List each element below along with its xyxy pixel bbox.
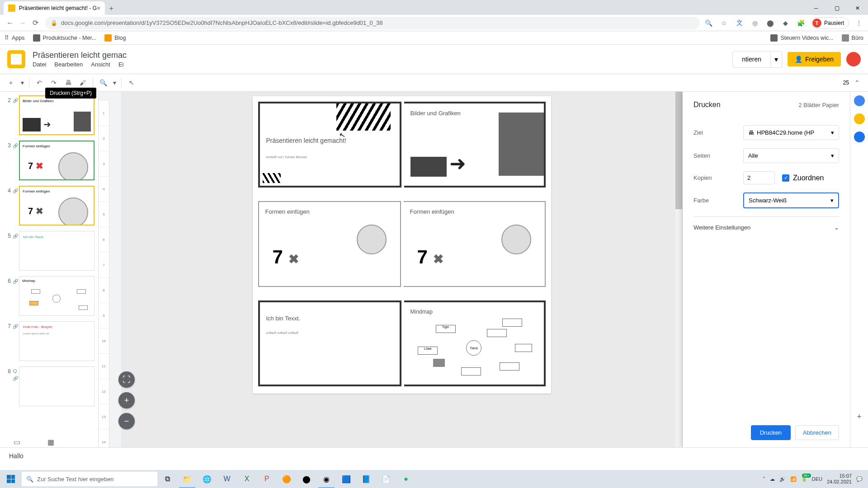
window-maximize-button[interactable]: ▢ [826, 1, 847, 15]
nav-reload-button[interactable]: ⟳ [29, 17, 42, 29]
notepad-icon[interactable]: 📄 [376, 470, 396, 488]
task-view-icon[interactable]: ⧉ [157, 470, 177, 488]
slide-number: 8 [4, 366, 13, 375]
edge-legacy-icon[interactable]: 🌐 [197, 470, 217, 488]
window-close-button[interactable]: ✕ [847, 1, 868, 15]
preview-slide-6: Mindmap Tiere Tiger Löwe [404, 300, 546, 386]
tasks-icon[interactable] [854, 131, 865, 142]
edge-icon[interactable]: 🟦 [336, 470, 356, 488]
onedrive-icon[interactable]: ☁ [770, 476, 775, 482]
bookmark-star-icon[interactable]: ☆ [719, 18, 730, 28]
translate-icon[interactable]: 文 [734, 18, 745, 28]
tab-close-icon[interactable]: × [97, 5, 100, 12]
powerpoint-icon[interactable]: P [257, 470, 277, 488]
present-button[interactable]: ntieren [732, 51, 771, 68]
collapse-panel-icon[interactable]: ⌃ [851, 76, 863, 89]
pages-dropdown[interactable]: Alle ▾ [743, 148, 839, 163]
apps-shortcut[interactable]: ⠿ Apps [5, 34, 25, 41]
redo-button[interactable]: ↷ [47, 76, 60, 89]
nav-forward-button[interactable]: → [16, 17, 29, 29]
add-addon-icon[interactable]: + [854, 411, 865, 422]
destination-dropdown[interactable]: 🖶HPB84C29.home (HP ▾ [743, 125, 839, 140]
bookmark-item[interactable]: Produktsuche - Mer... [33, 34, 97, 42]
start-button[interactable] [0, 470, 22, 488]
document-title[interactable]: Präsentieren leicht gemac [33, 51, 732, 60]
volume-icon[interactable]: 🔊 [779, 476, 786, 482]
menu-insert[interactable]: Ei [118, 61, 124, 68]
new-slide-button[interactable]: + [5, 76, 17, 89]
word-icon[interactable]: W [217, 470, 237, 488]
clock[interactable]: 15:07 24.02.2021 [827, 473, 852, 485]
thumbnail-slide-7[interactable]: Erste Folie - Beispiel Lorem ipsum dolor… [19, 321, 94, 361]
printer-icon: 🖶 [748, 129, 754, 136]
obs-icon[interactable]: ⬤ [297, 470, 316, 488]
profile-chip[interactable]: T Pausiert [811, 17, 849, 29]
notifications-icon[interactable]: 💬 [856, 476, 863, 482]
paint-format-button[interactable]: 🖌 [76, 76, 89, 89]
thumbnail-slide-3[interactable]: Formen einfügen 7 ✖ [19, 141, 94, 180]
slide-number: 2 [4, 95, 13, 103]
print-confirm-button[interactable]: Drucken [751, 425, 791, 440]
menu-file[interactable]: Datei [33, 61, 46, 68]
browser-tab[interactable]: Präsentieren leicht gemacht! - G × [4, 1, 105, 15]
grid-view-icon[interactable]: ▦ [47, 438, 54, 446]
print-button[interactable]: 🖶 [62, 76, 75, 89]
color-dropdown[interactable]: Schwarz-Weiß ▾ [743, 192, 839, 208]
copies-input[interactable] [743, 171, 775, 184]
extension-icon-1[interactable]: ◎ [750, 18, 760, 28]
print-cancel-button[interactable]: Abbrechen [795, 425, 839, 440]
nav-back-button[interactable]: ← [4, 17, 16, 29]
zoom-out-button[interactable]: − [118, 413, 135, 429]
collate-checkbox[interactable]: ✓ [782, 174, 789, 182]
bookmark-item[interactable]: Blog [104, 34, 126, 42]
bookmark-item[interactable]: Büro [842, 34, 863, 42]
zoom-indicator-icon[interactable]: 🔍 [703, 18, 714, 28]
new-tab-button[interactable]: + [105, 2, 118, 15]
language-indicator[interactable]: DEU [812, 476, 822, 482]
calendar-icon[interactable] [854, 95, 865, 106]
file-explorer-icon[interactable]: 📁 [177, 470, 197, 488]
thumbnail-slide-4[interactable]: Formen einfügen 7 ✖ [19, 186, 94, 225]
preview-scrollbar[interactable] [675, 92, 682, 447]
extension-icon-2[interactable]: ⬤ [765, 18, 776, 28]
extension-icon-3[interactable]: ◆ [780, 18, 791, 28]
address-bar[interactable]: 🔒 docs.google.com/presentation/d/1yV372S… [45, 17, 700, 29]
tray-expand-icon[interactable]: ˄ [763, 476, 765, 482]
app-icon-2[interactable]: 📘 [356, 470, 376, 488]
new-slide-dropdown[interactable]: ▾ [19, 76, 25, 89]
speaker-notes[interactable]: Hallo [0, 447, 868, 470]
more-settings-toggle[interactable]: Weitere Einstellungen ⌄ [693, 216, 839, 238]
zoom-in-button[interactable]: + [118, 392, 135, 408]
menu-view[interactable]: Ansicht [91, 61, 110, 68]
chrome-menu-icon[interactable]: ⋮ [854, 18, 864, 28]
undo-button[interactable]: ↶ [33, 76, 46, 89]
slides-logo[interactable] [7, 50, 25, 68]
select-tool[interactable]: ↖ [125, 76, 138, 89]
extensions-menu-icon[interactable]: 🧩 [796, 18, 807, 28]
chrome-icon[interactable]: ◉ [316, 470, 336, 488]
keep-icon[interactable] [854, 113, 865, 124]
excel-icon[interactable]: X [237, 470, 257, 488]
app-icon[interactable]: 🟠 [277, 470, 297, 488]
thumbnail-slide-2[interactable]: Bilder und Grafiken ➜ [19, 95, 94, 135]
share-button[interactable]: 👤 Freigeben [788, 52, 841, 66]
thumbnail-slide-8[interactable] [19, 366, 94, 406]
thumbnail-slide-6[interactable]: Mindmap [19, 276, 94, 316]
wifi-icon[interactable]: 📶 [790, 476, 797, 482]
zoom-percent[interactable]: 25 [843, 80, 849, 86]
menu-edit[interactable]: Bearbeiten [54, 61, 83, 68]
present-dropdown[interactable]: ▾ [771, 51, 782, 68]
color-label: Farbe [693, 197, 743, 204]
bookmark-item[interactable]: Steuern Videos wic... [770, 34, 833, 42]
fit-zoom-button[interactable]: ⛶ [118, 371, 135, 388]
zoom-dropdown[interactable]: ▾ [111, 76, 118, 89]
thumbnail-slide-5[interactable]: Ich bin Texxt. [19, 231, 94, 271]
spotify-icon[interactable]: ● [396, 470, 416, 488]
account-avatar[interactable] [846, 52, 861, 66]
battery-icon[interactable]: 🔋99+ [801, 476, 807, 482]
zoom-button[interactable]: 🔍 [97, 76, 109, 89]
taskbar-search[interactable]: 🔍 Zur Suche Text hier eingeben [22, 472, 157, 486]
window-minimize-button[interactable]: ─ [806, 1, 826, 15]
filmstrip-view-icon[interactable]: ▭ [14, 438, 20, 446]
link-icon: 🔗 [13, 324, 19, 329]
